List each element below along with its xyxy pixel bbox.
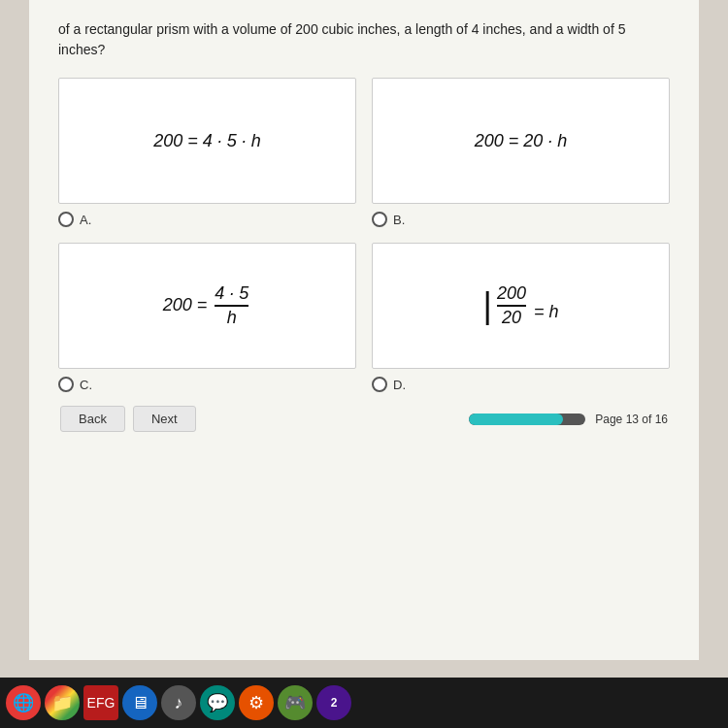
- option-a-radio[interactable]: [58, 212, 74, 227]
- taskbar-icon-epiq[interactable]: 2: [316, 685, 351, 720]
- question-text: of a rectangular prism with a volume of …: [58, 19, 670, 60]
- option-d-numerator: 200: [497, 283, 526, 307]
- option-b-label: B.: [393, 213, 405, 227]
- option-box-a[interactable]: 200 = 4 · 5 · h: [58, 78, 356, 204]
- option-box-d[interactable]: | 200 20 = h: [372, 243, 670, 369]
- option-c-radio[interactable]: [58, 377, 74, 392]
- option-a-label-row: A.: [58, 212, 91, 227]
- taskbar-icon-files[interactable]: 📁: [45, 685, 80, 720]
- option-c-label: C.: [80, 378, 92, 392]
- option-b-radio[interactable]: [372, 212, 387, 227]
- options-grid: 200 = 4 · 5 · h A. 200 = 20 · h: [58, 78, 670, 392]
- taskbar-icon-monitor[interactable]: 🖥: [122, 685, 157, 720]
- option-b-radio-inner: [377, 216, 383, 223]
- option-block-a: 200 = 4 · 5 · h A.: [58, 78, 356, 227]
- option-d-expression: | 200 20 = h: [483, 283, 559, 328]
- option-d-radio[interactable]: [372, 377, 387, 392]
- next-button[interactable]: Next: [133, 406, 196, 432]
- option-d-bracket-fraction: | 200 20: [483, 283, 529, 328]
- option-d-fraction: 200 20: [497, 283, 526, 328]
- taskbar-icon-music[interactable]: ♪: [161, 685, 196, 720]
- option-a-expression: 200 = 4 · 5 · h: [153, 131, 261, 151]
- option-d-label: D.: [393, 378, 406, 392]
- back-button[interactable]: Back: [60, 406, 125, 432]
- page-info-row: Page 13 of 16: [469, 413, 668, 426]
- quiz-container: of a rectangular prism with a volume of …: [29, 0, 699, 660]
- option-b-label-row: B.: [372, 212, 405, 227]
- taskbar-icon-art[interactable]: EFG: [83, 685, 118, 720]
- progress-bar-background: [469, 414, 585, 425]
- option-c-denominator: h: [227, 307, 237, 328]
- taskbar-icon-game[interactable]: 🎮: [278, 685, 313, 720]
- option-d-label-row: D.: [372, 377, 406, 392]
- taskbar-icon-chat[interactable]: 💬: [200, 685, 235, 720]
- option-box-c[interactable]: 200 = 4 · 5 h: [58, 243, 356, 369]
- option-d-denominator: 20: [502, 307, 521, 328]
- footer-row: Back Next Page 13 of 16: [58, 406, 670, 432]
- option-block-d: | 200 20 = h D.: [372, 243, 670, 392]
- option-c-numerator: 4 · 5: [215, 283, 248, 307]
- option-block-c: 200 = 4 · 5 h C.: [58, 243, 356, 392]
- taskbar-icon-settings[interactable]: ⚙: [239, 685, 274, 720]
- option-d-bracket-left: |: [483, 288, 492, 323]
- taskbar: 🌐 📁 EFG 🖥 ♪ 💬 ⚙ 🎮 2: [0, 678, 728, 728]
- option-c-label-row: C.: [58, 377, 92, 392]
- option-c-fraction: 4 · 5 h: [215, 283, 248, 328]
- option-c-radio-inner: [63, 381, 70, 388]
- option-a-label: A.: [80, 213, 91, 227]
- option-a-radio-inner: [63, 216, 70, 223]
- taskbar-icon-browser[interactable]: 🌐: [6, 685, 41, 720]
- option-c-expression: 200 = 4 · 5 h: [163, 283, 252, 328]
- option-d-radio-inner: [377, 381, 383, 388]
- nav-buttons: Back Next: [60, 406, 196, 432]
- option-b-expression: 200 = 20 · h: [475, 131, 568, 151]
- option-box-b[interactable]: 200 = 20 · h: [372, 78, 670, 204]
- progress-bar-fill: [469, 414, 563, 425]
- option-block-b: 200 = 20 · h B.: [372, 78, 670, 227]
- page-info-text: Page 13 of 16: [595, 413, 668, 426]
